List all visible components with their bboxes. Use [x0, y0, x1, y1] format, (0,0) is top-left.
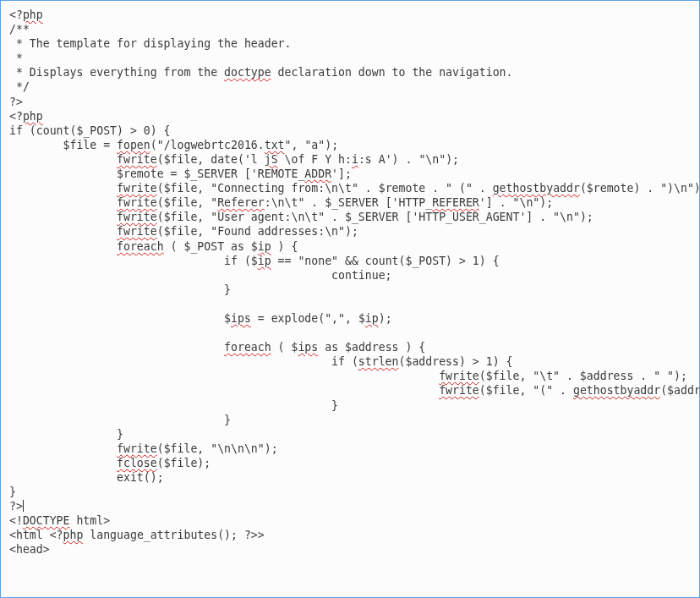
- spellcheck-squiggle: fwrite: [117, 211, 157, 223]
- spellcheck-squiggle: gethostbyaddr: [493, 182, 580, 195]
- text-cursor: [23, 500, 24, 512]
- spellcheck-squiggle: fopen: [117, 139, 150, 151]
- spellcheck-squiggle: fwrite: [117, 196, 157, 209]
- spellcheck-squiggle: fwrite: [117, 153, 157, 166]
- spellcheck-squiggle: ips: [298, 341, 318, 354]
- spellcheck-squiggle: fwrite: [117, 182, 157, 195]
- spellcheck-squiggle: fwrite: [117, 442, 157, 455]
- spellcheck-squiggle: strlen: [358, 355, 399, 368]
- spellcheck-squiggle: ip: [258, 240, 271, 253]
- spellcheck-squiggle: fwrite: [439, 384, 479, 397]
- spellcheck-squiggle: ADDR: [304, 167, 331, 180]
- spellcheck-squiggle: ip: [365, 312, 379, 325]
- spellcheck-squiggle: jS: [265, 153, 278, 166]
- spellcheck-squiggle: php: [63, 529, 84, 541]
- spellcheck-squiggle: foreach: [224, 341, 271, 354]
- spellcheck-squiggle: foreach: [117, 240, 164, 253]
- spellcheck-squiggle: txt: [265, 139, 285, 151]
- spellcheck-squiggle: fwrite: [117, 225, 157, 238]
- spellcheck-squiggle: ip: [258, 255, 271, 267]
- spellcheck-squiggle: gethostbyaddr: [573, 384, 660, 397]
- code-content[interactable]: <?php /** * The template for displaying …: [9, 8, 691, 557]
- spellcheck-squiggle: doctype: [224, 66, 271, 79]
- spellcheck-squiggle: DOCTYPE: [23, 514, 70, 527]
- spellcheck-squiggle: php: [23, 8, 43, 21]
- spellcheck-squiggle: fwrite: [439, 370, 479, 382]
- spellcheck-squiggle: i: [352, 153, 358, 166]
- spellcheck-squiggle: REFERER: [432, 196, 479, 209]
- spellcheck-squiggle: php: [23, 110, 43, 123]
- spellcheck-squiggle: Referer: [217, 196, 265, 209]
- spellcheck-squiggle: ips: [231, 312, 251, 325]
- spellcheck-squiggle: fclose: [117, 457, 157, 469]
- code-editor-viewport[interactable]: <?php /** * The template for displaying …: [0, 0, 700, 598]
